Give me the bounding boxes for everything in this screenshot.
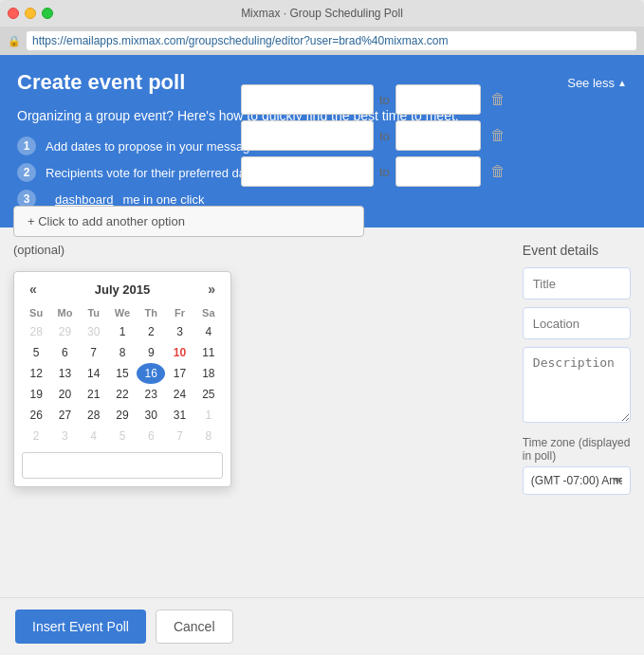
description-input[interactable] bbox=[523, 347, 631, 423]
time-input-2[interactable] bbox=[396, 120, 481, 151]
day-header-fr: Fr bbox=[165, 304, 193, 321]
calendar-day[interactable]: 7 bbox=[165, 426, 193, 446]
timezone-select[interactable]: (GMT -07:00) America/Los_Angeles bbox=[523, 466, 631, 495]
calendar-day[interactable]: 5 bbox=[108, 426, 137, 446]
calendar-day[interactable]: 2 bbox=[137, 321, 165, 342]
close-button[interactable] bbox=[8, 8, 19, 19]
calendar-text-input[interactable] bbox=[22, 452, 223, 479]
date-row-1: to 🗑 bbox=[241, 84, 509, 115]
day-header-sa: Sa bbox=[194, 304, 223, 321]
calendar-day[interactable]: 8 bbox=[108, 342, 137, 363]
step-1-num: 1 bbox=[17, 136, 36, 155]
delete-row-1-button[interactable]: 🗑 bbox=[487, 90, 509, 109]
calendar-day[interactable]: 7 bbox=[80, 342, 108, 363]
calendar-day[interactable]: 29 bbox=[50, 321, 79, 342]
calendar-day[interactable]: 6 bbox=[50, 342, 79, 363]
date-row-2: to 🗑 bbox=[241, 120, 509, 151]
calendar-day[interactable]: 9 bbox=[137, 342, 165, 363]
insert-event-poll-button[interactable]: Insert Event Poll bbox=[15, 610, 146, 644]
calendar-day[interactable]: 28 bbox=[80, 405, 108, 426]
calendar-day[interactable]: 8 bbox=[194, 426, 223, 446]
calendar-day[interactable]: 10 bbox=[165, 342, 193, 363]
to-label-3: to bbox=[379, 165, 390, 179]
time-input-3[interactable] bbox=[396, 156, 481, 187]
add-option-button[interactable]: + Click to add another option bbox=[13, 206, 364, 237]
calendar-day[interactable]: 30 bbox=[80, 321, 108, 342]
date-rows: to 🗑 to 🗑 to 🗑 bbox=[241, 84, 509, 187]
calendar-day[interactable]: 2 bbox=[22, 426, 50, 446]
calendar-day[interactable]: 30 bbox=[137, 405, 165, 426]
location-input[interactable] bbox=[523, 307, 631, 339]
day-header-we: We bbox=[108, 304, 137, 321]
footer: Insert Event Poll Cancel bbox=[0, 597, 644, 655]
calendar-day[interactable]: 4 bbox=[194, 321, 223, 342]
event-details-title: Event details bbox=[523, 243, 631, 258]
date-input-1[interactable] bbox=[241, 84, 374, 115]
maximize-button[interactable] bbox=[42, 8, 53, 19]
calendar-day[interactable]: 31 bbox=[165, 405, 193, 426]
date-input-2[interactable] bbox=[241, 120, 374, 151]
calendar-day[interactable]: 1 bbox=[194, 405, 223, 426]
calendar-day[interactable]: 13 bbox=[50, 363, 79, 384]
see-less-label: See less bbox=[567, 76, 615, 90]
traffic-lights bbox=[8, 8, 53, 19]
calendar-day[interactable]: 26 bbox=[22, 405, 50, 426]
calendar-day[interactable]: 18 bbox=[194, 363, 223, 384]
lock-icon: 🔒 bbox=[8, 35, 21, 47]
chevron-up-icon: ▲ bbox=[617, 78, 627, 88]
calendar-day[interactable]: 5 bbox=[22, 342, 50, 363]
timezone-label: Time zone (displayed in poll) bbox=[523, 436, 631, 463]
day-header-tu: Tu bbox=[80, 304, 108, 321]
calendar-week: 567891011 bbox=[22, 342, 223, 363]
prev-month-button[interactable]: « bbox=[24, 280, 43, 299]
window-title: Mixmax · Group Scheduling Poll bbox=[241, 7, 403, 20]
calendar-day[interactable]: 21 bbox=[80, 384, 108, 405]
date-row-3: to 🗑 bbox=[241, 156, 509, 187]
main-content: Create event poll See less ▲ Organizing … bbox=[0, 55, 644, 655]
calendar-day[interactable]: 27 bbox=[50, 405, 79, 426]
calendar-week: 12131415161718 bbox=[22, 363, 223, 384]
calendar-day[interactable]: 29 bbox=[108, 405, 137, 426]
delete-row-2-button[interactable]: 🗑 bbox=[487, 126, 509, 145]
calendar-week: 19202122232425 bbox=[22, 384, 223, 405]
calendar-day[interactable]: 3 bbox=[50, 426, 79, 446]
calendar-day[interactable]: 23 bbox=[137, 384, 165, 405]
body-section: (optional) « July 2015 » Su Mo Tu We bbox=[0, 227, 644, 597]
calendar-day[interactable]: 12 bbox=[22, 363, 50, 384]
calendar-day[interactable]: 6 bbox=[137, 426, 165, 446]
calendar-day[interactable]: 11 bbox=[194, 342, 223, 363]
calendar-grid: Su Mo Tu We Th Fr Sa 2829301234567891011… bbox=[22, 304, 223, 446]
url-bar[interactable]: https://emailapps.mixmax.com/groupschedu… bbox=[27, 31, 636, 50]
calendar-day[interactable]: 16 bbox=[137, 363, 165, 384]
to-label-1: to bbox=[379, 93, 390, 107]
day-header-th: Th bbox=[137, 304, 165, 321]
calendar-day[interactable]: 14 bbox=[80, 363, 108, 384]
calendar-day[interactable]: 4 bbox=[80, 426, 108, 446]
delete-row-3-button[interactable]: 🗑 bbox=[487, 162, 509, 181]
title-input[interactable] bbox=[523, 267, 631, 300]
calendar-day[interactable]: 24 bbox=[165, 384, 193, 405]
calendar-week: 2345678 bbox=[22, 426, 223, 446]
cancel-button[interactable]: Cancel bbox=[156, 610, 233, 644]
calendar-day[interactable]: 19 bbox=[22, 384, 50, 405]
calendar-day[interactable]: 20 bbox=[50, 384, 79, 405]
to-label-2: to bbox=[379, 129, 390, 143]
calendar-day[interactable]: 25 bbox=[194, 384, 223, 405]
add-option-wrapper: + Click to add another option bbox=[13, 196, 509, 237]
calendar-day[interactable]: 28 bbox=[22, 321, 50, 342]
time-input-1[interactable] bbox=[396, 84, 481, 115]
next-month-button[interactable]: » bbox=[202, 280, 221, 299]
calendar-day[interactable]: 3 bbox=[165, 321, 193, 342]
calendar-day[interactable]: 22 bbox=[108, 384, 137, 405]
page-title: Create event poll bbox=[17, 70, 185, 95]
optional-label: (optional) bbox=[13, 243, 509, 257]
calendar-day[interactable]: 15 bbox=[108, 363, 137, 384]
step-1-text: Add dates to propose in your message bbox=[46, 139, 257, 154]
calendar-day[interactable]: 1 bbox=[108, 321, 137, 342]
see-less-link[interactable]: See less ▲ bbox=[567, 76, 627, 90]
right-col: Event details Time zone (displayed in po… bbox=[523, 243, 631, 588]
calendar-day[interactable]: 17 bbox=[165, 363, 193, 384]
step-2-text: Recipients vote for their preferred date… bbox=[46, 166, 262, 180]
minimize-button[interactable] bbox=[25, 8, 36, 19]
date-input-3[interactable] bbox=[241, 156, 374, 187]
